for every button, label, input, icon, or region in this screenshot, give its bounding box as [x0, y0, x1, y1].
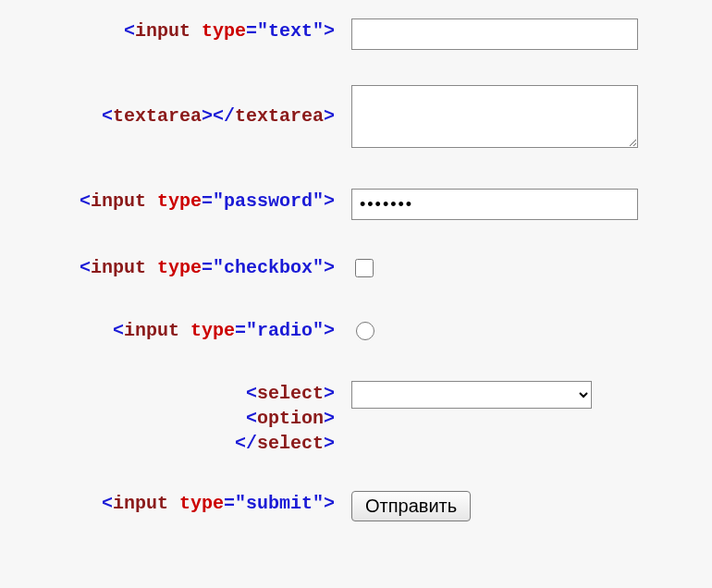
punct-open: <: [102, 105, 113, 127]
tag-name: input: [113, 493, 168, 514]
punct-close: >: [202, 105, 213, 127]
radio-input[interactable]: [356, 322, 374, 340]
password-input[interactable]: [351, 189, 638, 220]
row-radio: <input type="radio">: [23, 318, 689, 346]
punct-open: <: [102, 493, 113, 514]
space: [168, 493, 179, 514]
equals: =: [202, 257, 213, 278]
punct-close-end: >: [324, 433, 335, 454]
code-label-select: <select> <option> </select>: [23, 381, 351, 456]
punct-open: <: [80, 190, 91, 212]
row-submit: <input type="submit"> Отправить: [23, 491, 689, 521]
punct-open-end: </: [235, 433, 257, 454]
attr-name: type: [157, 190, 202, 212]
punct-open: <: [124, 20, 135, 42]
attr-value: "text": [257, 20, 324, 42]
punct-close: >: [324, 20, 335, 42]
equals: =: [235, 320, 246, 341]
code-label-text-input: <input type="text">: [23, 18, 351, 43]
punct-close: >: [324, 383, 335, 404]
punct-close: >: [324, 408, 335, 429]
attr-name: type: [202, 20, 246, 42]
code-label-checkbox: <input type="checkbox">: [23, 255, 351, 280]
space: [146, 257, 157, 278]
space: [179, 320, 190, 341]
select-line-3: </select>: [235, 431, 335, 456]
text-input[interactable]: [351, 18, 638, 50]
punct-close: >: [324, 190, 335, 212]
punct-close: >: [324, 493, 335, 514]
punct-close: >: [324, 320, 335, 341]
equals: =: [224, 493, 235, 514]
tag-name: select: [257, 383, 324, 404]
tag-name: input: [91, 257, 146, 278]
row-checkbox: <input type="checkbox">: [23, 255, 689, 283]
tag-name: input: [135, 20, 190, 42]
attr-value: "password": [213, 190, 324, 212]
tag-name-end: textarea: [235, 105, 324, 127]
equals: =: [246, 20, 257, 42]
row-password: <input type="password">: [23, 189, 689, 220]
select-line-1: <select>: [246, 381, 335, 406]
space: [190, 20, 202, 42]
submit-button[interactable]: Отправить: [351, 491, 471, 521]
code-label-submit: <input type="submit">: [23, 491, 351, 516]
punct-close: >: [324, 257, 335, 278]
textarea-input[interactable]: [351, 85, 638, 148]
row-select: <select> <option> </select>: [23, 381, 689, 456]
punct-open: <: [80, 257, 91, 278]
tag-name: textarea: [113, 105, 202, 127]
attr-name: type: [157, 257, 202, 278]
select-input[interactable]: [351, 381, 592, 409]
select-line-2: <option>: [246, 406, 335, 431]
row-textarea: <textarea></textarea>: [23, 85, 689, 153]
code-label-radio: <input type="radio">: [23, 318, 351, 343]
space: [146, 190, 157, 212]
tag-name-end: select: [257, 433, 324, 454]
punct-open: <: [246, 383, 257, 404]
form-elements-reference: <input type="text"> <textarea></textarea…: [0, 0, 712, 588]
punct-open: <: [246, 408, 257, 429]
attr-value: "submit": [235, 493, 324, 514]
punct-open-end: </: [213, 105, 235, 127]
equals: =: [202, 190, 213, 212]
code-label-textarea: <textarea></textarea>: [23, 85, 351, 129]
attr-name: type: [190, 320, 235, 341]
tag-name: option: [257, 408, 324, 429]
attr-value: "radio": [246, 320, 324, 341]
tag-name: input: [124, 320, 179, 341]
row-text-input: <input type="text">: [23, 18, 689, 50]
attr-name: type: [179, 493, 224, 514]
punct-close-end: >: [324, 105, 335, 127]
punct-open: <: [113, 320, 124, 341]
code-label-password: <input type="password">: [23, 189, 351, 214]
checkbox-input[interactable]: [355, 259, 374, 277]
attr-value: "checkbox": [213, 257, 324, 278]
tag-name: input: [91, 190, 146, 212]
